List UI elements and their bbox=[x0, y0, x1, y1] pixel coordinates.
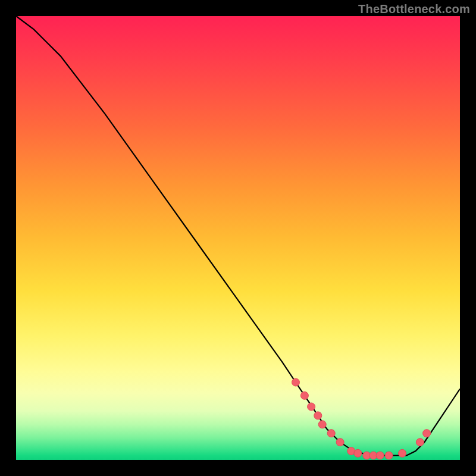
highlight-dot bbox=[423, 430, 431, 437]
chart-frame: TheBottleneck.com bbox=[0, 0, 476, 476]
watermark-text: TheBottleneck.com bbox=[358, 2, 470, 16]
highlight-dot bbox=[416, 439, 424, 446]
highlight-dot bbox=[376, 452, 384, 459]
highlight-dot bbox=[385, 452, 393, 459]
bottleneck-curve-line bbox=[16, 16, 460, 456]
highlight-dot bbox=[314, 412, 322, 419]
highlight-dot bbox=[327, 430, 335, 437]
highlight-dot bbox=[399, 449, 406, 457]
highlight-dot bbox=[308, 403, 315, 411]
highlight-dot bbox=[336, 439, 344, 446]
highlight-dot bbox=[292, 378, 300, 386]
highlight-dot bbox=[354, 449, 362, 457]
highlighted-points-group bbox=[292, 378, 431, 459]
highlight-dot bbox=[300, 392, 308, 399]
chart-svg bbox=[16, 16, 460, 460]
plot-area bbox=[16, 16, 460, 460]
highlight-dot bbox=[318, 421, 326, 428]
